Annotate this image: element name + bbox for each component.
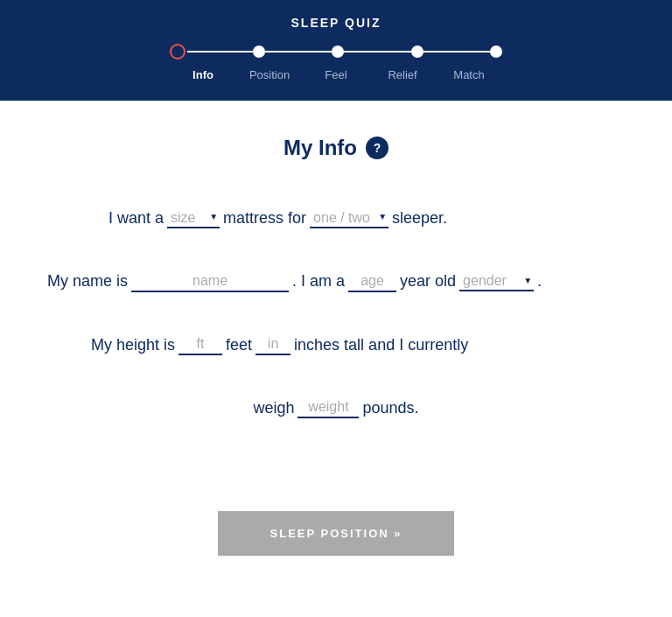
page-wrapper: SLEEP QUIZ Info Position Feel Relief Mat… [0,0,672,617]
sentence3-suffix: inches tall and I currently [294,331,468,359]
size-select[interactable]: size Twin Full Queen King [167,208,220,227]
age-input[interactable] [348,271,396,292]
sentence1-middle: mattress for [223,204,306,232]
sentence-row-4: weigh pounds. [38,394,634,422]
sleeper-select-wrapper: one / two one two ▼ [310,208,388,228]
sentence2-middle2: year old [400,267,456,295]
sentence-row-3: My height is feet inches tall and I curr… [38,331,634,359]
gender-select-wrapper: gender Male Female Other ▼ [459,271,534,291]
quiz-title: SLEEP QUIZ [291,16,382,30]
size-select-wrapper: size Twin Full Queen King ▼ [167,208,220,228]
step-label-feel: Feel [303,68,369,81]
next-button[interactable]: SLEEP POSITION » [218,511,455,556]
sentence1-suffix: sleeper. [392,204,447,232]
sentence2-period: . [537,267,542,295]
sentence3-feet-label: feet [226,331,252,359]
sentence1-prefix: I want a [108,204,164,232]
progress-bar: Info Position Feel Relief Match [170,44,502,81]
help-icon-button[interactable]: ? [366,137,388,159]
section-title-row: My Info ? [284,136,388,160]
gender-select[interactable]: gender Male Female Other [459,271,534,290]
sentence3-prefix: My height is [91,331,175,359]
weight-input[interactable] [298,397,359,418]
sentence2-middle: . I am a [292,267,345,295]
progress-dots [170,44,502,60]
step-dot-3 [332,46,344,58]
main-content: My Info ? I want a size Twin Full Queen … [0,101,672,617]
step-dot-2 [253,46,265,58]
step-dot-4 [411,46,424,58]
sentence-row-1: I want a size Twin Full Queen King ▼ mat… [38,204,634,232]
sleeper-select[interactable]: one / two one two [310,208,388,227]
name-input[interactable] [131,271,289,292]
step-label-position: Position [236,68,303,81]
step-dot-1 [170,44,186,60]
inches-input[interactable] [256,334,290,355]
step-label-relief: Relief [369,68,436,81]
button-row: SLEEP POSITION » [218,485,455,591]
step-label-match: Match [436,68,502,81]
header: SLEEP QUIZ Info Position Feel Relief Mat… [0,0,672,101]
sentence4-prefix: weigh [253,394,294,422]
sentence4-suffix: pounds. [362,394,418,422]
sentence2-prefix: My name is [47,267,128,295]
progress-labels: Info Position Feel Relief Match [170,68,502,81]
step-dot-5 [490,46,502,58]
section-title-text: My Info [284,136,357,160]
sentence-row-2: My name is . I am a year old gender Male… [38,267,634,295]
form-sentences: I want a size Twin Full Queen King ▼ mat… [38,204,634,423]
step-label-info: Info [170,68,236,81]
feet-input[interactable] [178,334,222,355]
